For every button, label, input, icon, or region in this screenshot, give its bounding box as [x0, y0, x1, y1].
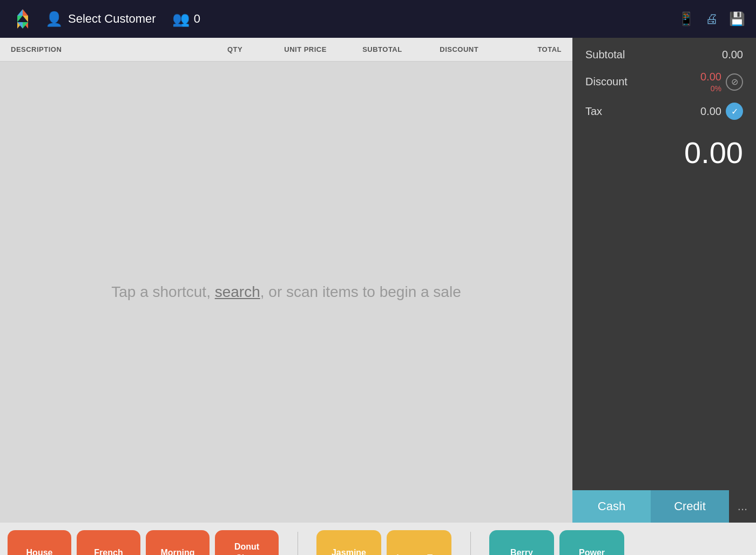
- discount-row: Discount 0.00 0% ⊘: [585, 71, 743, 93]
- credit-button[interactable]: Credit: [651, 490, 729, 523]
- group-button[interactable]: 👥 0: [172, 11, 200, 28]
- select-customer-label: Select Customer: [68, 12, 156, 26]
- product-button[interactable]: Power Smoothie: [559, 530, 624, 555]
- coffee-grid: House BlendFrench RoastMorning RoastDonu…: [8, 530, 279, 555]
- discount-value: 0.00 0%: [700, 71, 721, 93]
- search-link[interactable]: search: [215, 283, 260, 300]
- tea-grid: Jasmine TeaLemon TeaGinger HerbalGreen T…: [316, 530, 451, 555]
- group-icon: 👥: [172, 11, 190, 28]
- col-discount: DISCOUNT: [421, 45, 497, 53]
- placeholder-message: Tap a shortcut, search, or scan items to…: [111, 283, 461, 301]
- group-count: 0: [194, 12, 200, 26]
- app-logo: [11, 7, 35, 31]
- save-icon[interactable]: 💾: [729, 11, 745, 26]
- col-description: DESCRIPTION: [11, 45, 203, 53]
- subtotal-label: Subtotal: [585, 49, 625, 61]
- product-button[interactable]: Jasmine Tea: [316, 530, 381, 555]
- col-total: TOTAL: [497, 45, 562, 53]
- coffee-section: House BlendFrench RoastMorning RoastDonu…: [8, 530, 279, 555]
- discount-edit-button[interactable]: ⊘: [726, 73, 743, 91]
- col-unit-price: UNIT PRICE: [267, 45, 343, 53]
- top-bar-icons: 📱 🖨 💾: [678, 11, 745, 26]
- tax-actions: 0.00 ✓: [700, 103, 743, 120]
- smoothies-section: Berry SmoothiePower SmoothieVeg Juice Bl…: [489, 530, 624, 555]
- tax-value: 0.00: [700, 105, 721, 118]
- cash-button[interactable]: Cash: [572, 490, 651, 523]
- payment-buttons: Cash Credit ...: [572, 490, 756, 523]
- tablet-icon[interactable]: 📱: [678, 11, 694, 26]
- tax-confirm-button[interactable]: ✓: [726, 103, 743, 120]
- discount-actions: 0.00 0% ⊘: [700, 71, 743, 93]
- discount-label: Discount: [585, 76, 627, 88]
- svg-marker-2: [17, 16, 23, 22]
- top-bar: 👤 Select Customer 👥 0 📱 🖨 💾: [0, 0, 756, 38]
- summary-area: Subtotal 0.00 Discount 0.00 0% ⊘ Tax 0.: [572, 38, 756, 490]
- divider-1: [289, 530, 306, 555]
- divider-2: [462, 530, 478, 555]
- print-icon[interactable]: 🖨: [705, 11, 718, 26]
- tea-section: Jasmine TeaLemon TeaGinger HerbalGreen T…: [316, 530, 451, 555]
- select-customer-button[interactable]: 👤 Select Customer: [45, 11, 156, 28]
- discount-amount: 0.00: [700, 71, 721, 83]
- product-button[interactable]: Morning Roast: [146, 530, 210, 555]
- product-area: House BlendFrench RoastMorning RoastDonu…: [0, 523, 756, 555]
- product-button[interactable]: Berry Smoothie: [489, 530, 554, 555]
- right-panel: Subtotal 0.00 Discount 0.00 0% ⊘ Tax 0.: [572, 38, 756, 523]
- subtotal-row: Subtotal 0.00: [585, 49, 743, 61]
- col-qty: QTY: [203, 45, 267, 53]
- svg-marker-3: [23, 16, 28, 22]
- smoothies-grid: Berry SmoothiePower SmoothieVeg Juice Bl…: [489, 530, 624, 555]
- total-amount: 0.00: [585, 130, 743, 175]
- order-header: DESCRIPTION QTY UNIT PRICE SUBTOTAL DISC…: [0, 38, 572, 62]
- product-button[interactable]: House Blend: [8, 530, 71, 555]
- more-payment-button[interactable]: ...: [729, 490, 756, 523]
- person-icon: 👤: [45, 11, 63, 28]
- svg-marker-0: [23, 9, 28, 16]
- col-subtotal: SUBTOTAL: [344, 45, 421, 53]
- pos-area: DESCRIPTION QTY UNIT PRICE SUBTOTAL DISC…: [0, 38, 572, 523]
- subtotal-value: 0.00: [722, 49, 743, 61]
- product-button[interactable]: Donut Shop Blend: [215, 530, 279, 555]
- order-content: Tap a shortcut, search, or scan items to…: [0, 62, 572, 523]
- product-button[interactable]: French Roast: [77, 530, 140, 555]
- discount-percent: 0%: [711, 84, 721, 93]
- main-layout: DESCRIPTION QTY UNIT PRICE SUBTOTAL DISC…: [0, 38, 756, 523]
- tax-row: Tax 0.00 ✓: [585, 103, 743, 120]
- svg-marker-1: [17, 9, 23, 16]
- product-button[interactable]: Lemon Tea: [387, 530, 451, 555]
- tax-label: Tax: [585, 105, 602, 118]
